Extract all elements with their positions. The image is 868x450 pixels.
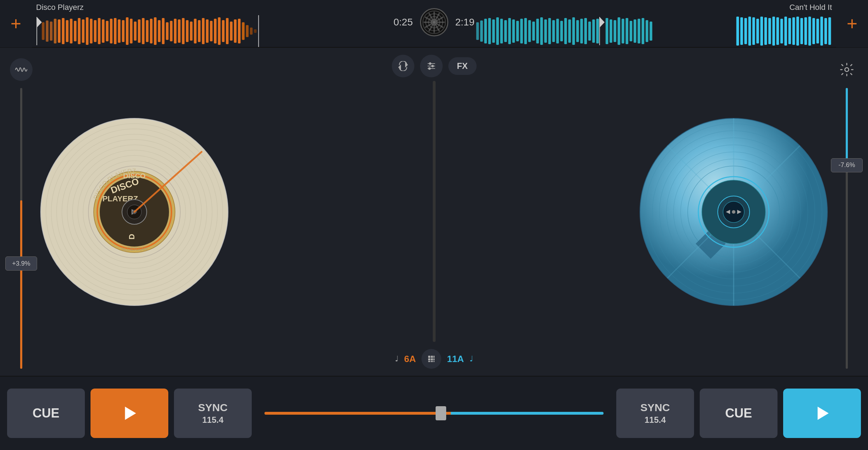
svg-rect-113 [740,17,743,45]
left-key-badge: 6A [404,354,416,365]
add-left-button[interactable]: + [0,0,32,47]
svg-text:ALDERAAN: ALDERAAN [121,246,147,252]
svg-rect-71 [492,19,495,43]
right-sync-button[interactable]: SYNC 115.4 [616,389,694,438]
svg-rect-124 [784,17,787,46]
top-waveform-bar: + Disco Playerz [0,0,868,48]
svg-rect-7 [62,18,65,44]
svg-rect-120 [768,18,771,44]
svg-rect-9 [70,19,73,43]
right-cue-button[interactable]: CUE [700,389,777,438]
svg-rect-104 [622,19,624,43]
svg-rect-106 [629,21,632,41]
left-play-button[interactable] [91,389,168,438]
svg-point-164 [429,63,431,64]
svg-rect-41 [198,20,201,42]
left-sync-button[interactable]: SYNC 115.4 [174,389,252,438]
right-turntable[interactable] [638,117,829,307]
svg-rect-119 [764,17,767,45]
svg-rect-176 [431,361,433,362]
svg-rect-30 [154,17,157,45]
svg-rect-83 [540,17,543,45]
svg-rect-81 [532,22,535,41]
left-turntable[interactable]: DISCO D DISCO PLAYERZ DISCO PLAYERZ ALDE… [39,117,230,307]
svg-rect-40 [194,19,197,43]
add-right-button[interactable]: + [836,0,868,47]
left-controls: +3.9% [7,55,35,369]
waveform-toggle-button[interactable] [10,58,33,81]
svg-rect-21 [118,19,121,43]
svg-rect-47 [222,20,225,42]
svg-rect-132 [816,19,819,43]
right-sync-label: SYNC [640,402,670,414]
svg-rect-95 [588,22,591,41]
svg-rect-93 [580,19,583,43]
grid-button[interactable] [421,349,441,369]
waveform-right[interactable]: Can't Hold It [470,0,837,47]
svg-rect-108 [637,19,640,43]
right-pitch-fader[interactable]: -7.6% [833,88,861,369]
right-track-title: Can't Hold It [790,3,832,12]
svg-rect-115 [748,17,751,46]
svg-rect-28 [146,20,149,42]
svg-rect-45 [214,19,217,43]
vinyl-center-display [420,8,448,36]
svg-rect-175 [428,361,430,362]
svg-rect-86 [552,20,555,42]
svg-rect-6 [58,19,61,43]
left-cue-button[interactable]: CUE [7,389,85,438]
svg-rect-117 [756,19,759,43]
svg-rect-126 [792,17,795,45]
svg-rect-39 [190,22,193,41]
svg-rect-70 [488,18,491,44]
svg-rect-129 [804,17,807,45]
svg-rect-118 [760,17,763,46]
svg-rect-23 [126,17,129,45]
svg-rect-110 [646,20,648,42]
svg-rect-96 [592,19,595,43]
settings-button[interactable] [835,58,858,81]
svg-rect-177 [433,361,435,362]
svg-point-197 [845,68,849,72]
crossfader[interactable] [257,410,611,416]
svg-rect-20 [114,18,117,44]
svg-rect-172 [428,359,430,361]
svg-rect-82 [536,19,539,43]
center-vertical-fader[interactable] [433,81,436,342]
svg-rect-43 [206,19,209,43]
svg-rect-17 [102,19,105,43]
svg-rect-123 [780,19,783,43]
waveform-left[interactable]: Disco Playerz [32,0,399,47]
waveform-canvas-left [32,15,399,47]
svg-rect-111 [649,22,652,41]
svg-rect-3 [46,20,49,42]
svg-rect-128 [800,18,803,44]
svg-rect-16 [98,18,101,44]
center-strip: FX ♩ 6A [406,48,462,376]
svg-rect-74 [504,20,507,42]
svg-rect-55 [254,29,257,33]
svg-rect-44 [210,21,213,41]
svg-text:D: D [127,234,136,239]
svg-rect-51 [238,19,241,43]
left-pitch-value: +3.9% [12,260,30,267]
svg-point-168 [429,67,430,69]
svg-rect-174 [433,359,435,361]
loop-button[interactable] [392,55,414,77]
left-sync-bpm: 115.4 [202,415,223,425]
svg-rect-4 [50,22,53,41]
svg-rect-107 [634,19,636,43]
svg-rect-125 [788,18,791,44]
svg-rect-76 [512,19,515,43]
svg-rect-24 [130,19,133,43]
eq-button[interactable] [420,55,443,77]
right-play-button[interactable] [783,389,861,438]
svg-rect-173 [431,359,433,361]
right-pitch-value: -7.6% [838,161,855,169]
svg-rect-35 [174,19,177,43]
left-pitch-fader[interactable]: +3.9% [7,88,35,369]
svg-rect-171 [433,356,435,358]
svg-rect-114 [744,18,747,44]
svg-rect-97 [596,19,599,43]
key-display: ♩ 6A 11A ♩ [395,349,473,369]
